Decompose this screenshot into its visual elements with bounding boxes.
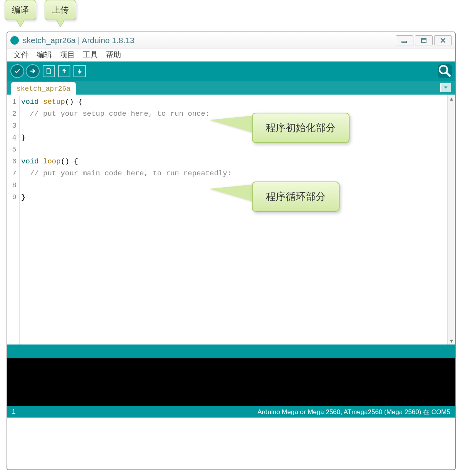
- scroll-up-icon[interactable]: ▴: [448, 95, 455, 102]
- verify-button[interactable]: [10, 64, 24, 78]
- titlebar: sketch_apr26a | Arduino 1.8.13: [7, 32, 455, 48]
- arrow-up-icon: [61, 68, 68, 75]
- new-button[interactable]: [43, 65, 55, 77]
- footer: 1 Arduino Mega or Mega 2560, ATmega2560 …: [7, 406, 455, 418]
- line-gutter: 1 2 3 4 5 6 7 8 9: [7, 96, 19, 345]
- menubar: 文件 编辑 项目 工具 帮助: [7, 48, 455, 62]
- callout-upload: 上传: [45, 0, 76, 20]
- close-icon: [440, 38, 446, 43]
- callout-tail-setup: [210, 115, 256, 133]
- chevron-down-icon: [443, 86, 448, 89]
- window-title: sketch_apr26a | Arduino 1.8.13: [23, 36, 394, 45]
- menu-tools[interactable]: 工具: [79, 48, 102, 61]
- tabbar: sketch_apr26a: [7, 81, 455, 95]
- vertical-scrollbar[interactable]: ▴ ▾: [447, 95, 455, 345]
- arrow-down-icon: [76, 68, 83, 75]
- svg-rect-2: [421, 38, 426, 40]
- callout-loop: 程序循环部分: [252, 181, 340, 212]
- arrow-right-icon: [29, 68, 36, 75]
- menu-file[interactable]: 文件: [10, 48, 33, 61]
- callout-setup: 程序初始化部分: [252, 113, 350, 143]
- serial-monitor-button[interactable]: [438, 64, 452, 78]
- line-number: 1: [12, 408, 23, 416]
- open-button[interactable]: [58, 65, 70, 77]
- status-bar: [7, 345, 455, 358]
- file-icon: [45, 68, 52, 75]
- arduino-window: sketch_apr26a | Arduino 1.8.13 文件 编辑 项目 …: [7, 32, 456, 470]
- menu-sketch[interactable]: 项目: [56, 48, 79, 61]
- menu-edit[interactable]: 编辑: [33, 48, 56, 61]
- maximize-button[interactable]: [415, 35, 433, 45]
- toolbar: [7, 62, 455, 81]
- close-button[interactable]: [434, 35, 452, 45]
- output-console[interactable]: [7, 358, 455, 406]
- check-icon: [14, 68, 21, 75]
- maximize-icon: [420, 38, 427, 43]
- scroll-down-icon[interactable]: ▾: [448, 337, 455, 345]
- board-info: Arduino Mega or Mega 2560, ATmega2560 (M…: [23, 408, 450, 416]
- upload-button[interactable]: [26, 64, 40, 78]
- svg-point-3: [440, 66, 447, 73]
- svg-rect-0: [402, 41, 406, 42]
- arduino-app-icon: [10, 36, 19, 45]
- menu-help[interactable]: 帮助: [102, 48, 125, 61]
- minimize-button[interactable]: [396, 35, 413, 45]
- minimize-icon: [401, 38, 408, 43]
- callout-tail-loop: [210, 184, 256, 202]
- save-button[interactable]: [73, 65, 86, 77]
- callout-compile: 编译: [5, 0, 36, 20]
- tab-sketch[interactable]: sketch_apr26a: [11, 82, 76, 95]
- magnifier-icon: [438, 64, 452, 78]
- tab-menu-button[interactable]: [440, 83, 451, 92]
